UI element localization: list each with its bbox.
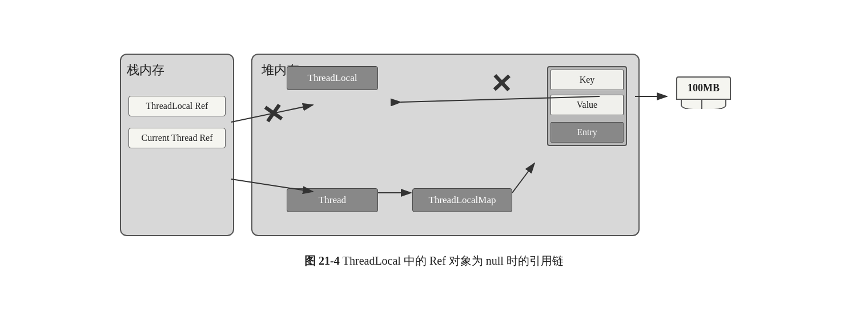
threadlocal-ref-box: ThreadLocal Ref — [128, 96, 226, 116]
heap-memory-box: 堆内存 ThreadLocal Thread ThreadLocalMap Ke… — [251, 54, 640, 236]
diagram-area: 栈内存 ThreadLocal Ref Current Thread Ref 堆… — [120, 48, 748, 242]
right-panel: Key Value Entry — [547, 66, 627, 146]
caption: 图 21-4 ThreadLocal 中的 Ref 对象为 null 时的引用链 — [304, 253, 564, 269]
diagram-wrapper: 栈内存 ThreadLocal Ref Current Thread Ref 堆… — [120, 48, 748, 269]
stack-title: 栈内存 — [127, 62, 164, 79]
badge-bottom-shape — [681, 100, 726, 109]
current-thread-ref-box: Current Thread Ref — [128, 128, 226, 148]
caption-fig-num: 图 21-4 — [304, 254, 340, 267]
key-box: Key — [550, 70, 624, 90]
value-box: Value — [550, 95, 624, 115]
badge-label: 100MB — [676, 76, 731, 100]
svg-line-2 — [512, 163, 535, 193]
stack-memory-box: 栈内存 ThreadLocal Ref Current Thread Ref — [120, 54, 234, 236]
threadlocal-node: ThreadLocal — [287, 66, 378, 90]
entry-box: Entry — [550, 122, 624, 143]
thread-node: Thread — [287, 188, 378, 212]
caption-text: ThreadLocal 中的 Ref 对象为 null 时的引用链 — [343, 254, 564, 267]
threadlocalmap-node: ThreadLocalMap — [412, 188, 512, 212]
badge-100mb: 100MB — [676, 76, 731, 109]
